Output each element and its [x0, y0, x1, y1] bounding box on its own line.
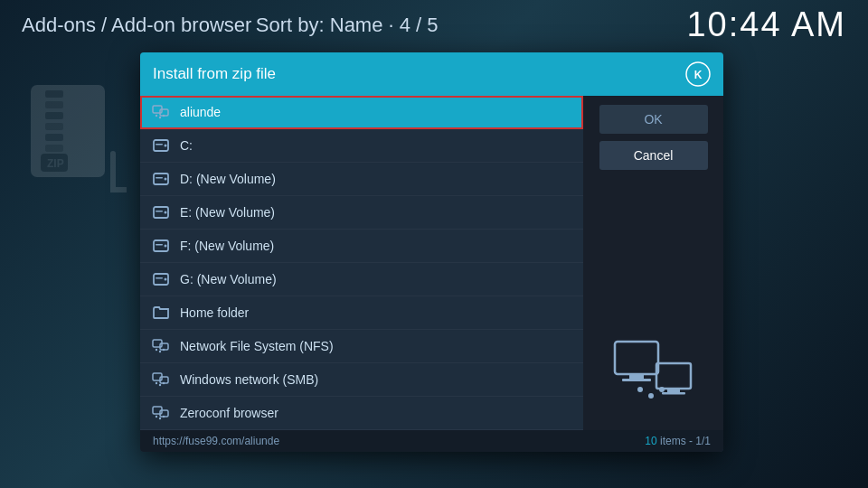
svg-rect-49	[656, 363, 691, 389]
svg-rect-1	[45, 90, 63, 98]
status-info: 10 items - 1/1	[645, 435, 711, 447]
svg-rect-48	[622, 379, 651, 381]
drive-icon	[151, 269, 171, 289]
items-label: items -	[660, 435, 695, 447]
svg-point-44	[159, 418, 161, 419]
folder-icon	[151, 303, 171, 323]
svg-rect-2	[45, 101, 63, 108]
ok-button[interactable]: OK	[599, 105, 708, 134]
file-item-label: C:	[180, 138, 193, 153]
kodi-logo-icon: K	[685, 61, 711, 87]
svg-rect-50	[667, 389, 680, 392]
right-panel: OK Cancel	[583, 96, 723, 430]
item-count: 10	[645, 435, 656, 447]
network-icon	[151, 403, 171, 423]
file-item-g[interactable]: G: (New Volume)	[140, 263, 583, 296]
page-info: 1/1	[695, 435, 711, 447]
file-item-label: G: (New Volume)	[180, 272, 277, 286]
svg-rect-27	[156, 244, 163, 246]
svg-point-26	[165, 245, 167, 248]
svg-rect-51	[662, 392, 685, 395]
svg-rect-47	[629, 374, 644, 379]
svg-point-33	[156, 349, 157, 351]
drive-icon	[151, 236, 171, 256]
svg-rect-46	[615, 342, 658, 374]
file-item-label: Zeroconf browser	[180, 406, 278, 420]
svg-point-54	[659, 387, 665, 392]
file-item-label: Windows network (SMB)	[180, 372, 318, 387]
file-item-aliunde[interactable]: aliunde	[140, 96, 583, 129]
file-item-d[interactable]: D: (New Volume)	[140, 163, 583, 196]
dialog-body: aliunde C: D: (New Volume) E: (New Volum…	[140, 96, 723, 430]
svg-point-45	[163, 416, 165, 418]
file-list: aliunde C: D: (New Volume) E: (New Volum…	[140, 96, 583, 430]
dialog-title: Install from zip file	[153, 65, 276, 83]
svg-point-23	[165, 211, 167, 214]
svg-point-20	[165, 178, 167, 181]
drive-icon	[151, 169, 171, 189]
bg-zip-icon: ZIP	[27, 81, 127, 211]
file-item-zeroconf[interactable]: Zeroconf browser	[140, 397, 583, 430]
file-item-smb[interactable]: Windows network (SMB)	[140, 363, 583, 397]
svg-point-13	[156, 115, 157, 117]
svg-rect-24	[156, 211, 163, 212]
file-item-nfs[interactable]: Network File System (NFS)	[140, 330, 583, 363]
file-item-c[interactable]: C:	[140, 129, 583, 163]
svg-rect-30	[156, 277, 163, 279]
svg-point-38	[156, 382, 157, 384]
sort-info: Sort by: Name · 4 / 5	[256, 14, 439, 36]
clock: 10:44 AM	[686, 5, 846, 44]
drive-icon	[151, 202, 171, 222]
network-icon	[151, 336, 171, 356]
install-zip-dialog: Install from zip file K aliunde C:	[140, 52, 723, 452]
top-bar: Add-ons / Add-on browser Sort by: Name ·…	[0, 0, 868, 50]
svg-point-14	[159, 117, 161, 118]
file-item-label: D: (New Volume)	[180, 172, 276, 186]
file-item-f[interactable]: F: (New Volume)	[140, 230, 583, 263]
svg-rect-6	[45, 145, 63, 152]
svg-point-15	[163, 115, 165, 117]
svg-rect-3	[45, 112, 63, 119]
svg-point-43	[156, 416, 157, 418]
svg-rect-18	[156, 144, 163, 145]
status-bar: https://fuse99.com/aliunde 10 items - 1/…	[140, 430, 723, 452]
status-url: https://fuse99.com/aliunde	[153, 435, 279, 447]
svg-point-34	[159, 351, 161, 352]
svg-point-40	[163, 382, 165, 384]
drive-icon	[151, 136, 171, 155]
network-illustration	[613, 340, 694, 412]
svg-rect-5	[45, 134, 63, 141]
file-item-e[interactable]: E: (New Volume)	[140, 196, 583, 230]
dialog-header: Install from zip file K	[140, 52, 723, 96]
network-icon	[151, 102, 171, 122]
svg-text:K: K	[694, 69, 703, 81]
file-item-label: Network File System (NFS)	[180, 339, 334, 353]
breadcrumb-title: Add-ons / Add-on browser	[22, 14, 251, 36]
cancel-button[interactable]: Cancel	[599, 141, 708, 170]
svg-point-29	[165, 278, 167, 281]
file-item-label: E: (New Volume)	[180, 205, 275, 220]
svg-point-39	[159, 384, 161, 386]
svg-point-17	[165, 145, 167, 147]
network-icon	[151, 370, 171, 389]
svg-point-35	[163, 349, 165, 351]
file-item-label: Home folder	[180, 305, 249, 320]
svg-point-52	[637, 387, 643, 392]
file-item-label: F: (New Volume)	[180, 239, 274, 253]
svg-text:ZIP: ZIP	[47, 157, 64, 170]
breadcrumb-area: Add-ons / Add-on browser Sort by: Name ·…	[22, 14, 439, 37]
svg-rect-4	[45, 123, 63, 130]
file-item-home[interactable]: Home folder	[140, 296, 583, 330]
svg-point-53	[648, 393, 654, 399]
file-item-label: aliunde	[180, 105, 221, 119]
svg-rect-21	[156, 177, 163, 179]
